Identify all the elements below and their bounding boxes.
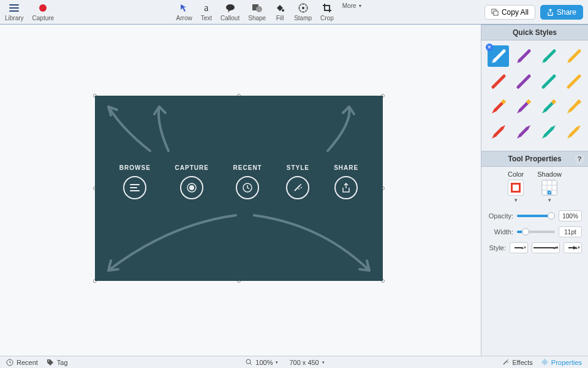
gear-icon xyxy=(541,359,548,366)
svg-line-57 xyxy=(503,361,507,364)
quick-style-swatch[interactable] xyxy=(563,96,584,117)
chevron-down-icon: ▾ xyxy=(276,360,278,365)
quick-style-swatch[interactable] xyxy=(563,71,584,92)
svg-line-67 xyxy=(543,364,543,364)
quick-style-swatch[interactable] xyxy=(538,45,559,67)
svg-point-27 xyxy=(300,184,301,185)
tag-icon xyxy=(47,359,54,366)
svg-line-68 xyxy=(546,360,547,361)
line-start-select[interactable]: ▴▾ xyxy=(510,242,528,253)
capture-button[interactable]: Capture xyxy=(32,2,55,21)
svg-point-59 xyxy=(508,362,509,363)
record-circle-icon xyxy=(186,182,197,193)
svg-line-56 xyxy=(250,363,252,365)
quick-style-swatch[interactable] xyxy=(538,96,559,117)
svg-line-44 xyxy=(571,102,578,110)
tag-toggle[interactable]: Tag xyxy=(47,359,68,366)
chevron-down-icon: ▾ xyxy=(322,360,325,365)
quick-styles-grid: ✕ xyxy=(481,40,588,151)
list-icon xyxy=(129,183,140,192)
svg-point-28 xyxy=(298,188,300,190)
width-slider[interactable] xyxy=(517,231,555,233)
chevron-down-icon: ▼ xyxy=(358,4,363,8)
selected-image-frame[interactable]: BROWSE CAPTURE RECENT STYLE xyxy=(95,96,383,281)
arrow-tool-icon xyxy=(179,2,190,13)
quick-style-swatch[interactable]: ✕ xyxy=(488,45,509,67)
feature-browse: BROWSE xyxy=(119,164,151,199)
quick-style-swatch[interactable] xyxy=(488,96,509,117)
quick-style-swatch[interactable] xyxy=(513,121,534,142)
copy-all-button[interactable]: Copy All xyxy=(484,5,535,20)
svg-line-42 xyxy=(546,102,553,110)
callout-tool[interactable]: Callout xyxy=(221,2,239,21)
side-panel: Quick Styles ✕ Tool Properties ? Color ▼… xyxy=(481,25,588,356)
svg-line-46 xyxy=(496,129,502,135)
stamp-tool[interactable]: Stamp xyxy=(294,2,312,21)
svg-point-60 xyxy=(543,361,546,364)
help-icon[interactable]: ? xyxy=(575,154,584,164)
opacity-slider[interactable] xyxy=(517,215,555,217)
svg-line-65 xyxy=(543,360,543,361)
svg-line-47 xyxy=(521,129,527,135)
svg-line-33 xyxy=(570,51,579,61)
shape-tool[interactable]: Shape xyxy=(248,2,266,21)
color-label: Color xyxy=(508,171,524,178)
opacity-value[interactable]: 100% xyxy=(559,210,582,221)
quick-style-swatch[interactable] xyxy=(513,71,534,92)
stamp-tool-icon xyxy=(298,2,309,13)
search-icon xyxy=(246,359,252,366)
chevron-down-icon: ▼ xyxy=(547,197,552,203)
more-tools[interactable]: More▼ xyxy=(342,2,363,21)
line-style-select[interactable]: ▴▾ xyxy=(532,242,560,253)
svg-line-30 xyxy=(494,51,504,61)
opacity-label: Opacity: xyxy=(488,212,513,220)
feature-recent: RECENT xyxy=(233,164,262,199)
svg-point-58 xyxy=(508,359,509,361)
svg-line-40 xyxy=(521,102,528,110)
dimensions-display[interactable]: 700 x 450▾ xyxy=(289,359,324,366)
svg-line-36 xyxy=(543,76,554,87)
width-value[interactable]: 11pt xyxy=(559,226,582,237)
color-picker[interactable] xyxy=(508,180,524,196)
shadow-position-picker[interactable] xyxy=(541,180,557,196)
line-end-select[interactable]: ▴▾ xyxy=(564,242,582,253)
close-icon[interactable]: ✕ xyxy=(486,44,493,51)
crop-tool[interactable]: Crop xyxy=(320,2,334,21)
properties-toggle[interactable]: Properties xyxy=(541,359,582,366)
arrow-tool[interactable]: Arrow xyxy=(176,2,192,21)
chevron-down-icon: ▼ xyxy=(513,197,518,203)
svg-line-14 xyxy=(300,5,301,6)
zoom-control[interactable]: 100%▾ xyxy=(246,359,278,366)
library-button[interactable]: Library xyxy=(5,2,24,21)
quick-style-swatch[interactable] xyxy=(488,121,509,142)
main-toolbar: Library Capture Arrow a Text Callout xyxy=(0,0,588,25)
quick-style-swatch[interactable] xyxy=(488,71,509,92)
quick-style-swatch[interactable] xyxy=(563,121,584,142)
svg-point-9 xyxy=(302,7,304,9)
quick-styles-header: Quick Styles xyxy=(481,25,588,40)
share-button[interactable]: Share xyxy=(540,5,583,20)
quick-style-swatch[interactable] xyxy=(513,45,534,67)
quick-style-swatch[interactable] xyxy=(563,45,584,67)
wand-icon xyxy=(292,182,303,193)
text-tool-icon: a xyxy=(201,2,212,13)
fill-tool[interactable]: Fill xyxy=(274,2,285,21)
effects-toggle[interactable]: Effects xyxy=(502,359,532,366)
quick-style-swatch[interactable] xyxy=(513,96,534,117)
svg-line-26 xyxy=(295,185,300,191)
wand-icon xyxy=(502,359,509,366)
svg-line-15 xyxy=(305,10,306,12)
quick-style-swatch[interactable] xyxy=(538,121,559,142)
text-tool[interactable]: a Text xyxy=(201,2,212,21)
canvas[interactable]: BROWSE CAPTURE RECENT STYLE xyxy=(0,25,481,356)
svg-line-31 xyxy=(519,51,529,61)
recent-toggle[interactable]: Recent xyxy=(6,359,38,366)
svg-point-29 xyxy=(301,187,302,188)
quick-style-swatch[interactable] xyxy=(538,71,559,92)
feature-style: STYLE xyxy=(286,164,309,199)
feature-capture: CAPTURE xyxy=(175,164,209,199)
clock-icon xyxy=(6,359,13,366)
canvas-image: BROWSE CAPTURE RECENT STYLE xyxy=(95,96,383,281)
feature-share: SHARE xyxy=(334,164,358,199)
tool-properties-header: Tool Properties ? xyxy=(481,151,588,167)
